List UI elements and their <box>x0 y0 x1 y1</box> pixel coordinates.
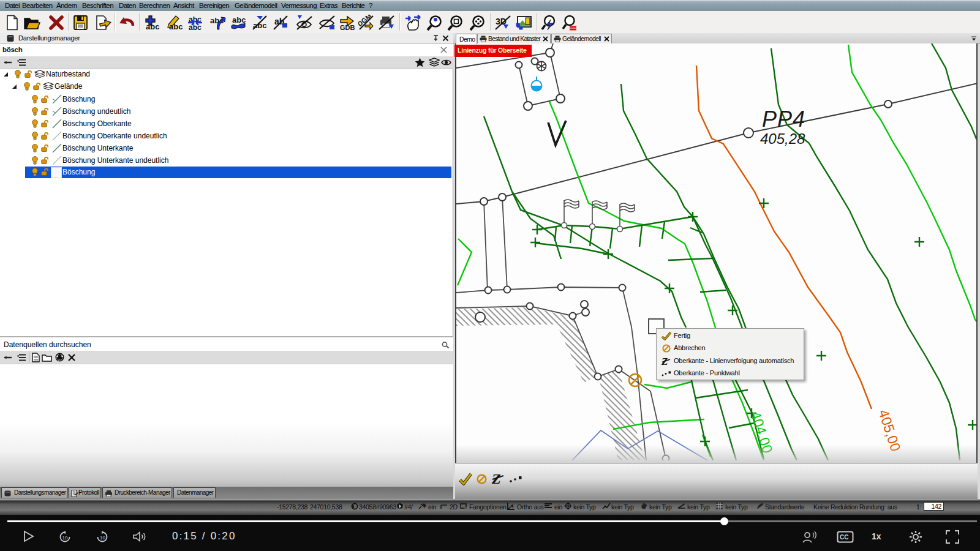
svg-text:10: 10 <box>100 535 105 541</box>
svg-text:abc: abc <box>146 22 159 31</box>
svg-text:PP4: PP4 <box>762 107 805 132</box>
svg-text:abc: abc <box>169 22 183 31</box>
svg-text:10: 10 <box>62 535 68 541</box>
svg-text:abc: abc <box>189 23 202 31</box>
svg-text:CC: CC <box>840 534 848 541</box>
svg-text:GDB: GDB <box>340 24 355 31</box>
svg-text:405,28: 405,28 <box>760 130 805 147</box>
svg-text:abc: abc <box>232 15 246 24</box>
